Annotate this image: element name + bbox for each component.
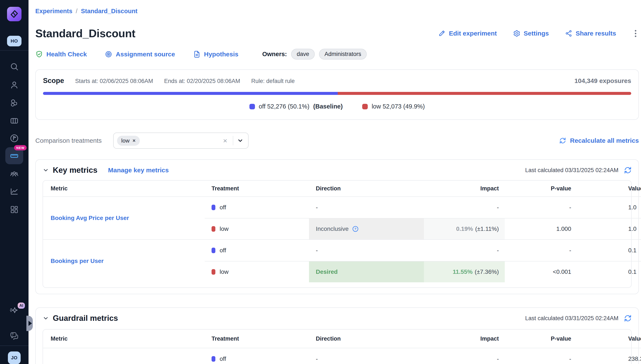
key-metrics-section: Key metrics Manage key metrics Last calc… — [35, 159, 639, 294]
clear-select-icon[interactable]: × — [221, 137, 229, 144]
metric-link[interactable]: Bookings per User — [51, 258, 104, 264]
question-circle-icon[interactable]: ? — [352, 226, 359, 232]
user-avatar[interactable]: JO — [0, 352, 29, 364]
sidebar: HO — [0, 0, 29, 364]
share-results-button[interactable]: Share results — [565, 30, 616, 37]
scope-rule: Rule: default rule — [251, 78, 295, 84]
gear-icon — [513, 30, 520, 37]
breadcrumb-current[interactable]: Standard_Discount — [81, 8, 138, 15]
refresh-icon[interactable] — [624, 166, 632, 174]
selected-treatments: low × — [114, 136, 221, 146]
meta-row: Health Check Assignment source Hypothesi… — [35, 49, 639, 60]
sidebar-item-experiments-active[interactable]: NEW — [0, 147, 29, 164]
share-icon — [565, 30, 572, 37]
app-logo[interactable] — [0, 7, 29, 21]
sidebar-expand-handle[interactable] — [27, 316, 33, 331]
metric-group: Bookings per User off - - - 0.1 low Desi… — [43, 239, 641, 282]
pencil-icon — [438, 30, 445, 37]
sidebar-item-layers[interactable] — [0, 116, 29, 126]
avatar: JO — [8, 352, 21, 364]
scope-title: Scope — [43, 76, 64, 85]
treatment-select[interactable]: low × × — [113, 132, 249, 149]
treatment-row: off - - - 0.1 — [205, 240, 641, 261]
guardrail-metrics-section: Guardrail metrics Last calculated 03/31/… — [35, 308, 639, 364]
treatment-row: off - - - 238.3 — [205, 348, 641, 364]
breadcrumb-separator: / — [76, 8, 78, 15]
ai-badge: AI — [18, 302, 25, 309]
col-direction: Direction — [309, 185, 424, 192]
svg-text:?: ? — [12, 332, 14, 336]
scope-ends: Ends at: 02/20/2025 08:06AM — [164, 78, 240, 84]
baseline-label: (Baseline) — [313, 103, 343, 110]
hexagons-icon — [10, 98, 19, 107]
owners-label: Owners: — [262, 51, 287, 58]
treatment-row: off - - - 1.0 — [205, 197, 641, 218]
svg-text:?: ? — [354, 227, 356, 230]
hypothesis-link[interactable]: Hypothesis — [193, 50, 239, 58]
col-impact: Impact — [424, 185, 505, 192]
sidebar-divider — [0, 50, 29, 51]
assignment-source-link[interactable]: Assignment source — [105, 50, 175, 58]
health-check-link[interactable]: Health Check — [35, 50, 87, 58]
refresh-icon[interactable] — [624, 314, 632, 322]
col-value: Value — [577, 336, 641, 342]
search-icon — [10, 62, 19, 71]
comparison-row: Comparison treatments low × × Re — [35, 132, 639, 149]
sidebar-item-search[interactable] — [0, 62, 29, 71]
dashboard-icon — [10, 205, 19, 214]
project-switcher[interactable]: HO — [0, 36, 29, 46]
key-last-calculated: Last calculated 03/31/2025 02:24AM — [525, 166, 632, 174]
treatment-chip-low[interactable]: low × — [117, 136, 140, 146]
target-icon — [105, 50, 112, 58]
remove-chip-icon[interactable]: × — [133, 138, 136, 143]
col-pvalue: P-value — [505, 185, 577, 192]
chevron-right-icon — [29, 321, 32, 326]
owners-group: Owners: dave Administrators — [262, 49, 367, 60]
select-divider — [233, 136, 233, 145]
allocation-segment-low — [338, 92, 631, 95]
collapse-chevron-icon[interactable] — [43, 167, 49, 174]
col-treatment: Treatment — [205, 185, 309, 192]
key-metrics-title: Key metrics — [53, 166, 98, 175]
manage-key-metrics-link[interactable]: Manage key metrics — [108, 166, 169, 174]
allocation-bar — [43, 92, 631, 95]
collapse-chevron-icon[interactable] — [43, 315, 49, 322]
recalculate-all-button[interactable]: Recalculate all metrics — [559, 137, 639, 144]
sidebar-divider — [0, 346, 29, 346]
sidebar-item-feature-gates[interactable] — [0, 98, 29, 107]
sidebar-item-help[interactable]: ? — [0, 331, 29, 341]
sidebar-item-dashboards[interactable] — [0, 205, 29, 214]
metric-group: Avg Bandwidth Per User off - - - 238.3 — [43, 348, 641, 364]
header-row: Standard_Discount Edit experiment Settin… — [35, 27, 639, 40]
allocation-segment-off — [43, 92, 338, 95]
legend-item-off: off 52,276 (50.1%) (Baseline) — [249, 103, 343, 110]
sidebar-item-users[interactable] — [0, 80, 29, 89]
sidebar-item-ai-assistant[interactable]: AI — [0, 306, 29, 316]
sidebar-item-metrics[interactable] — [0, 187, 29, 196]
breadcrumb: Experiments / Standard_Discount — [35, 8, 639, 15]
columns-icon — [10, 116, 19, 126]
legend-item-low: low 52,073 (49.9%) — [362, 103, 425, 110]
guardrail-metrics-table: Metric Treatment Direction Impact P-valu… — [43, 329, 632, 364]
more-options-button[interactable] — [632, 29, 639, 38]
owner-chip-dave[interactable]: dave — [291, 49, 315, 60]
metric-link[interactable]: Booking Avg Price per User — [51, 215, 129, 222]
chevron-down-icon[interactable] — [237, 138, 243, 144]
settings-button[interactable]: Settings — [513, 30, 549, 37]
experiment-results-page: HO — [0, 0, 641, 364]
user-icon — [10, 80, 19, 89]
guardrail-metrics-title: Guardrail metrics — [53, 314, 118, 323]
col-treatment: Treatment — [205, 336, 309, 342]
guardrail-metrics-header: Guardrail metrics Last calculated 03/31/… — [43, 314, 632, 323]
off-swatch — [249, 104, 255, 109]
sidebar-item-audiences[interactable] — [0, 169, 29, 179]
low-swatch — [362, 104, 368, 109]
breadcrumb-experiments[interactable]: Experiments — [35, 8, 72, 15]
edit-experiment-button[interactable]: Edit experiment — [438, 30, 497, 37]
key-metrics-table: Metric Treatment Direction Impact P-valu… — [43, 180, 632, 288]
owner-chip-administrators[interactable]: Administrators — [319, 49, 367, 60]
sidebar-item-releases[interactable] — [0, 134, 29, 143]
allocation-legend: off 52,276 (50.1%) (Baseline) low 52,073… — [43, 103, 631, 110]
shield-check-icon — [35, 50, 43, 58]
col-metric: Metric — [43, 185, 205, 192]
